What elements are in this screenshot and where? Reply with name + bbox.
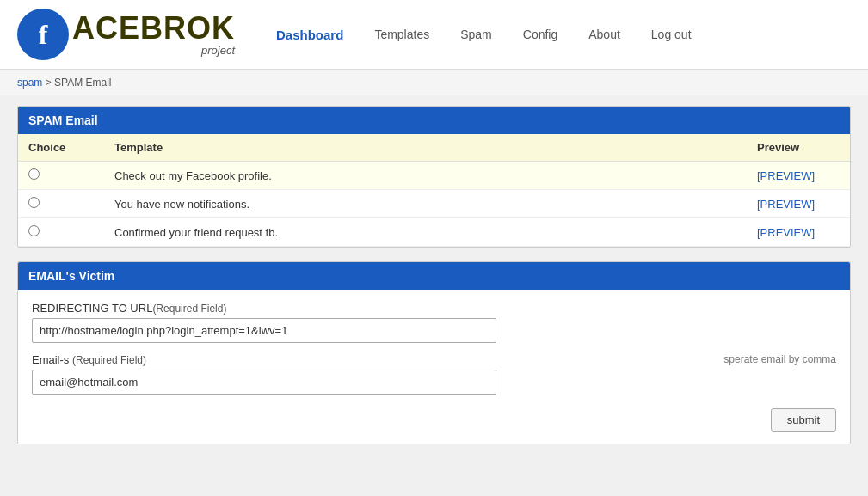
- email-hint: sperate email by comma: [723, 353, 836, 365]
- breadcrumb-separator: >: [46, 77, 54, 89]
- table-header-row: Choice Template Preview: [18, 134, 850, 162]
- main-nav: Dashboard Templates Spam Config About Lo…: [269, 24, 699, 46]
- table-row: You have new notifications. [PREVIEW]: [18, 190, 850, 218]
- victim-panel-header: EMAIL's Victim: [18, 262, 850, 290]
- breadcrumb: spam > SPAM Email: [0, 70, 868, 95]
- breadcrumb-current: SPAM Email: [54, 77, 111, 89]
- main-content: SPAM Email Choice Template Preview Check…: [0, 95, 868, 468]
- row-1-choice: [18, 162, 104, 190]
- nav-dashboard[interactable]: Dashboard: [269, 24, 350, 46]
- col-template-header: Template: [104, 134, 747, 162]
- submit-row: submit: [32, 405, 836, 432]
- row-2-preview: [PREVIEW]: [747, 190, 850, 218]
- logo-icon: f: [17, 9, 69, 60]
- nav-spam[interactable]: Spam: [453, 24, 499, 45]
- col-preview-header: Preview: [747, 134, 850, 162]
- row-3-preview: [PREVIEW]: [747, 218, 850, 247]
- email-input[interactable]: [32, 370, 496, 395]
- row-3-template: Confirmed your friend request fb.: [104, 218, 747, 247]
- row-2-choice: [18, 190, 104, 218]
- radio-template-1[interactable]: [28, 168, 40, 180]
- row-1-preview: [PREVIEW]: [747, 162, 850, 190]
- email-field-row: Email-s (Required Field) sperate email b…: [32, 353, 836, 395]
- url-field-row: REDIRECTING TO URL(Required Field): [32, 302, 836, 343]
- spam-email-panel-header: SPAM Email: [18, 107, 850, 134]
- spam-table: Choice Template Preview Check out my Fac…: [18, 134, 850, 247]
- nav-logout[interactable]: Log out: [644, 24, 699, 45]
- radio-template-3[interactable]: [28, 225, 40, 236]
- row-1-template: Check out my Facebook profile.: [104, 162, 747, 190]
- logo-title: ACEBROK: [72, 13, 235, 44]
- nav-config[interactable]: Config: [516, 24, 564, 45]
- logo-subtitle: project: [72, 44, 235, 57]
- url-input[interactable]: [32, 318, 496, 343]
- col-choice-header: Choice: [18, 134, 104, 162]
- logo-text-area: ACEBROK project: [72, 13, 235, 57]
- table-row: Check out my Facebook profile. [PREVIEW]: [18, 162, 850, 190]
- logo-area: f ACEBROK project: [17, 9, 235, 60]
- row-2-template: You have new notifications.: [104, 190, 747, 218]
- victim-panel: EMAIL's Victim REDIRECTING TO URL(Requir…: [17, 261, 851, 444]
- row-3-choice: [18, 218, 104, 247]
- nav-templates[interactable]: Templates: [367, 24, 436, 45]
- nav-about[interactable]: About: [582, 24, 627, 45]
- submit-button[interactable]: submit: [771, 408, 836, 432]
- table-row: Confirmed your friend request fb. [PREVI…: [18, 218, 850, 247]
- preview-link-2[interactable]: [PREVIEW]: [757, 198, 815, 211]
- preview-link-1[interactable]: [PREVIEW]: [757, 169, 815, 182]
- spam-email-panel: SPAM Email Choice Template Preview Check…: [17, 106, 851, 248]
- header: f ACEBROK project Dashboard Templates Sp…: [0, 0, 868, 70]
- victim-body: REDIRECTING TO URL(Required Field) Email…: [18, 290, 850, 444]
- preview-link-3[interactable]: [PREVIEW]: [757, 226, 815, 239]
- email-label: Email-s (Required Field): [32, 353, 836, 366]
- url-label: REDIRECTING TO URL(Required Field): [32, 302, 836, 315]
- breadcrumb-parent[interactable]: spam: [17, 77, 42, 89]
- radio-template-2[interactable]: [28, 197, 40, 208]
